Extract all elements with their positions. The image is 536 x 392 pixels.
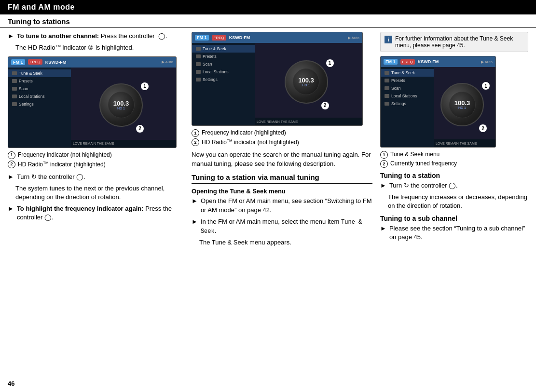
radio-body-left: Tune & Seek Presets Scan Local Stations [8, 68, 176, 148]
title-text: FM and AM mode [8, 3, 75, 11]
freq-display-left: 100.3 [113, 100, 129, 107]
radio-screen-left: FM 1 FREQ KSWD-FM ▶ Auto Tune & Seek Pre… [8, 56, 177, 148]
radio-bottom-mid: LOVE REMAIN THE SAME [255, 118, 362, 125]
menu-icon-tune [12, 71, 17, 75]
menu-item-settings: Settings [8, 100, 71, 108]
cap-num-2-mid: 2 [192, 138, 199, 146]
auto-mid: ▶ Auto [348, 36, 359, 40]
radio-badge: FM 1 [11, 59, 25, 65]
arrow-turn-right: ► [380, 182, 386, 189]
arrow-sub-channel: ► [380, 225, 386, 232]
section-label: Tuning to stations [8, 17, 70, 26]
menu-icon-scan [12, 87, 17, 91]
radio-header-left: FM 1 FREQ KSWD-FM ▶ Auto [8, 57, 176, 68]
freq-sub-mid: HD 1 [302, 83, 310, 87]
dial-container-left: 1 100.3 HD 1 2 [99, 83, 148, 132]
station-name: KSWD-FM [45, 60, 67, 65]
select-tune-text: In the FM or AM main menu, select the me… [201, 217, 372, 236]
menu-item-scan: Scan [8, 85, 71, 93]
cap-num-1-mid: 1 [192, 129, 199, 137]
mi-scan-mid [196, 62, 201, 66]
dial-container-mid: 1 100.3 HD 1 2 [285, 60, 333, 108]
menu-settings-mid: Settings [192, 76, 255, 83]
radio-bottom-right: LOVE REMAIN THE SAME [434, 139, 495, 147]
cap-text-1-right: Tune & Seek menu [390, 150, 440, 159]
menu-item-local: Local Stations [8, 93, 71, 100]
mi-tune-mid [196, 47, 201, 51]
arrow-select-tune: ► [192, 218, 198, 225]
mi-presets-right [385, 79, 389, 82]
cap-text-2-mid: HD RadioTM indicator (not highlighted) [202, 138, 299, 147]
arrow-highlight: ► [8, 205, 14, 212]
menu-settings-right: Settings [381, 100, 434, 108]
dial-right: 100.3 HD 1 [440, 83, 484, 126]
body-text-mid: Now you can operate the search or the ma… [192, 150, 372, 169]
auto-right: ▶ Auto [481, 60, 493, 64]
sub-channel-text: Please see the section “Tuning to a sub … [389, 224, 528, 242]
caption-list-left: 1 Frequency indicator (not highlighted) … [8, 151, 184, 169]
freq-increases-sub: The frequency increases or decreases, de… [380, 193, 528, 210]
menu-local-right: Local Stations [381, 92, 434, 100]
info-text: For further information about the Tune &… [395, 35, 524, 49]
bullet-select-tune: ► In the FM or AM main menu, select the … [192, 217, 372, 236]
caption-1-left: 1 Frequency indicator (not highlighted) [8, 151, 184, 159]
dial-left: 100.3 HD 1 [99, 83, 143, 127]
cap-text-2-right: Currently tuned frequency [390, 160, 457, 168]
bottom-text-left: LOVE REMAIN THE SAME [73, 142, 114, 145]
freq-sub-right: HD 1 [458, 106, 466, 109]
page-container: FM and AM mode Tuning to stations ► To t… [0, 0, 536, 392]
menu-local-mid: Local Stations [192, 68, 255, 76]
tm-2-mid: TM [227, 138, 233, 143]
highlight-text: To highlight the frequency indicator aga… [17, 204, 184, 222]
radio-menu-right: Tune & Seek Presets Scan Local Stations [381, 67, 434, 147]
sub-channel-heading: Tuning to a sub channel [380, 215, 528, 222]
radio-body-mid: Tune & Seek Presets Scan Local Stations [192, 43, 362, 125]
arrow-icon: ► [8, 32, 14, 40]
radio-main-mid: 1 100.3 HD 1 2 [255, 43, 362, 125]
menu-scan-mid: Scan [192, 60, 255, 68]
freq-display-mid: 100.3 [298, 77, 314, 83]
badge-2-left: 2 [136, 125, 144, 133]
radio-screen-mid: FM 1 FREQ KSWD-FM ▶ Auto Tune & Seek Pre… [192, 32, 363, 126]
bullet-sub-channel: ► Please see the section “Tuning to a su… [380, 224, 528, 242]
page-title: FM and AM mode [0, 0, 536, 14]
tune-seek-appears: The Tune & Seek menu appears. [192, 238, 372, 247]
bullet-tune-text: To tune to another channel: Press the co… [17, 32, 167, 41]
right-column: i For further information about the Tune… [380, 32, 528, 250]
bullet-turn: ► Turn ↻ the controller ◯. [8, 173, 184, 181]
menu-icon-settings [12, 102, 17, 106]
cap-num-1-right: 1 [380, 151, 388, 159]
radio-bottom-left: LOVE REMAIN THE SAME [71, 140, 176, 148]
radio-header-right: FM 1 FREQ KSWD-FM ▶ Auto [381, 56, 495, 67]
freq-sub-left: HD 1 [117, 107, 125, 110]
dial-inner-mid: 100.3 HD 1 [293, 68, 319, 95]
caption-2-mid: 2 HD RadioTM indicator (not highlighted) [192, 138, 372, 147]
dial-container-right: 1 100.3 HD 1 2 [440, 83, 489, 131]
cap-text-1-mid: Frequency indicator (highlighted) [202, 129, 286, 137]
bullet-open-fm: ► Open the FM or AM main menu, see secti… [192, 197, 372, 214]
manual-tuning-heading: Tuning to a station via manual tuning [192, 173, 372, 184]
open-fm-text: Open the FM or AM main menu, see section… [201, 197, 372, 214]
bullet-turn-right: ► Turn ↻ the controller ◯. [380, 181, 528, 190]
section-title: Tuning to stations [0, 14, 536, 28]
radio-main-right: 1 100.3 HD 1 2 [434, 67, 495, 147]
tm-2-left: TM [43, 161, 49, 165]
turn-sub: The system tunes to the next or the prev… [8, 184, 184, 202]
caption-1-mid: 1 Frequency indicator (highlighted) [192, 129, 372, 137]
badge-1-right: 1 [482, 82, 490, 90]
open-tune-seek-heading: Opening the Tune & Seek menu [192, 188, 372, 195]
bullet-highlight: ► To highlight the frequency indicator a… [8, 204, 184, 222]
menu-icon-presets [12, 79, 17, 83]
freq-display-right: 100.3 [454, 100, 470, 106]
mi-presets-mid [196, 54, 201, 58]
tune-seek-mono: Tune & Seek [201, 219, 362, 235]
menu-item-tune: Tune & Seek [8, 69, 71, 77]
auto-label: ▶ Auto [162, 60, 173, 64]
caption-list-mid: 1 Frequency indicator (highlighted) 2 HD… [192, 129, 372, 147]
dial-inner-right: 100.3 HD 1 [449, 92, 476, 118]
page-number: 46 [8, 380, 14, 387]
badge-1-left: 1 [141, 82, 149, 90]
badge-2-mid: 2 [321, 102, 329, 109]
mi-local-right [385, 94, 389, 98]
tm-sup: TM [55, 44, 61, 48]
